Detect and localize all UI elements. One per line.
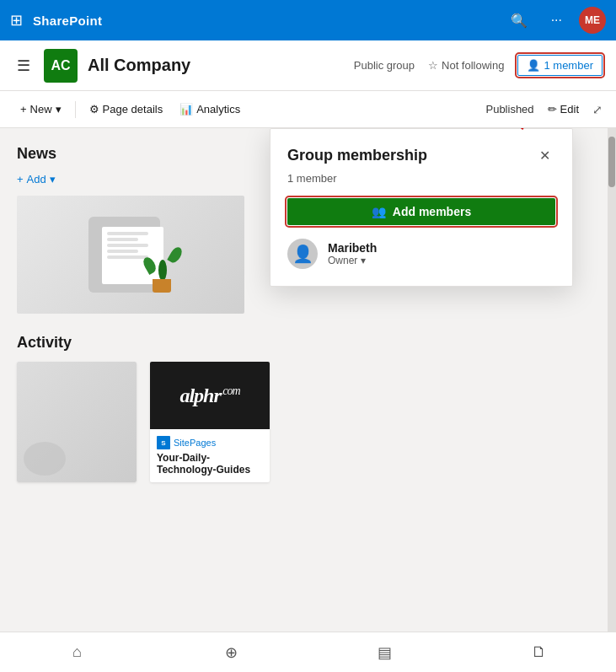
content-area: News + Add ▾ — [0, 128, 608, 632]
activity-title: Activity — [17, 334, 591, 352]
new-button[interactable]: + New ▾ — [13, 98, 68, 121]
sp-icon-2: S — [157, 436, 170, 449]
edit-label: Edit — [560, 103, 579, 116]
list-icon: ▤ — [378, 643, 392, 662]
plant-decoration — [147, 242, 177, 293]
top-navigation: ⊞ SharePoint 🔍 ··· ME — [0, 0, 616, 40]
bottom-nav-doc[interactable]: 🗋 — [519, 632, 560, 673]
grid-icon[interactable]: ⊞ — [10, 11, 23, 30]
member-avatar: 👤 — [287, 239, 318, 269]
bottom-navigation: ⌂ ⊕ ▤ 🗋 — [0, 632, 616, 672]
alphr-thumbnail: alphr.com — [150, 362, 270, 429]
page-details-label: Page details — [103, 103, 163, 116]
role-chevron-icon[interactable]: ▾ — [361, 255, 366, 266]
scrollbar-thumb[interactable] — [608, 137, 615, 187]
activity-card-2-title: Your-Daily-Technology-Guides — [157, 452, 263, 476]
expand-icon[interactable]: ⤢ — [592, 103, 603, 116]
published-status: Published — [485, 103, 533, 116]
bottom-nav-home[interactable]: ⌂ — [56, 632, 97, 673]
group-membership-popup: Group membership ✕ 1 member 👥 Add member… — [270, 128, 573, 287]
chart-icon: 📊 — [179, 103, 193, 116]
popup-header: Group membership ✕ — [287, 146, 555, 165]
red-arrow — [463, 128, 547, 137]
site-header: ☰ AC All Company Public group ☆ Not foll… — [0, 40, 616, 91]
person-icon: 👤 — [292, 244, 313, 264]
public-group-item: Public group — [354, 59, 415, 72]
alphr-text: alphr.com — [179, 384, 239, 407]
doc-icon: 🗋 — [532, 643, 547, 661]
add-members-label: Add members — [393, 205, 471, 218]
leaf-center — [158, 260, 167, 281]
page-details-button[interactable]: ⚙ Page details — [83, 98, 170, 121]
member-info: Maribeth Owner ▾ — [328, 241, 377, 266]
popup-member-count: 1 member — [287, 172, 555, 185]
activity-card-2[interactable]: alphr.com S SitePages Your-Daily-Technol… — [150, 362, 270, 482]
globe-icon: ⊕ — [225, 643, 238, 662]
member-role: Owner ▾ — [328, 255, 377, 266]
activity-card-2-type: S SitePages — [157, 436, 263, 449]
plant-pot — [153, 279, 171, 293]
activity-card-1-thumb — [17, 362, 137, 482]
more-icon[interactable]: ··· — [544, 9, 569, 31]
public-group-label: Public group — [354, 59, 415, 72]
member-row: 👤 Maribeth Owner ▾ — [287, 239, 555, 269]
following-label: Not following — [442, 59, 504, 72]
home-icon: ⌂ — [72, 643, 82, 661]
site-name: All Company — [88, 56, 190, 75]
member-label: 1 member — [544, 59, 593, 72]
toolbar: + New ▾ ⚙ Page details 📊 Analytics Publi… — [0, 91, 616, 128]
toolbar-separator-1 — [75, 101, 76, 118]
screen-line-3 — [107, 244, 148, 247]
analytics-label: Analytics — [196, 103, 240, 116]
add-members-button[interactable]: 👥 Add members — [287, 198, 555, 225]
app-title: SharePoint — [33, 13, 102, 28]
screen-line-2 — [107, 238, 138, 241]
star-icon: ☆ — [428, 59, 438, 72]
member-button[interactable]: 👤 1 member — [517, 55, 603, 76]
news-card[interactable] — [17, 196, 244, 314]
search-icon[interactable]: 🔍 — [504, 9, 534, 32]
scrollbar[interactable] — [608, 128, 616, 632]
activity-card-2-thumb: alphr.com — [150, 362, 270, 429]
plant-leaves — [147, 254, 177, 281]
following-item[interactable]: ☆ Not following — [428, 59, 504, 72]
popup-title: Group membership — [287, 147, 427, 164]
plus-add-icon: + — [17, 173, 24, 185]
hamburger-icon[interactable]: ☰ — [13, 53, 34, 78]
popup-close-button[interactable]: ✕ — [534, 146, 555, 165]
published-label: Published — [485, 103, 533, 116]
tablet-illustration — [80, 212, 181, 297]
site-meta: Public group ☆ Not following 👤 1 member — [354, 55, 603, 76]
leaf-right — [167, 245, 184, 265]
activity-card-2-body: S SitePages Your-Daily-Technology-Guides — [150, 429, 270, 482]
gray-thumb-shape — [24, 442, 66, 476]
screen-line-5 — [107, 255, 148, 259]
activity-card-2-type-label: SitePages — [174, 438, 216, 448]
member-icon: 👤 — [527, 59, 540, 72]
chevron-down-icon: ▾ — [56, 103, 62, 116]
screen-line-4 — [107, 250, 138, 253]
toolbar-right: Published ✏ Edit ⤢ — [485, 99, 603, 119]
chevron-add-icon: ▾ — [50, 173, 56, 185]
activity-section: Activity S SitePages 8m25ohj7 — [17, 334, 591, 482]
plus-icon: + — [20, 103, 27, 116]
main-wrapper: News + Add ▾ — [0, 128, 616, 632]
add-news-label: Add — [27, 173, 46, 185]
alphr-com: .com — [221, 384, 240, 397]
screen-line-1 — [107, 232, 148, 235]
activity-card-1[interactable]: S SitePages 8m25ohj7 — [17, 362, 137, 482]
bottom-nav-list[interactable]: ▤ — [365, 632, 405, 673]
gear-icon: ⚙ — [89, 103, 99, 116]
pencil-icon: ✏ — [548, 103, 557, 116]
add-members-icon: 👥 — [372, 205, 386, 218]
news-card-image — [17, 196, 244, 314]
member-role-label: Owner — [328, 255, 357, 266]
member-name: Maribeth — [328, 241, 377, 255]
user-avatar[interactable]: ME — [579, 7, 606, 34]
activity-cards-container: S SitePages 8m25ohj7 alphr.com S — [17, 362, 591, 482]
bottom-nav-globe[interactable]: ⊕ — [211, 632, 251, 673]
edit-button[interactable]: ✏ Edit — [541, 99, 586, 119]
new-label: New — [30, 103, 52, 116]
site-logo: AC — [44, 49, 78, 83]
analytics-button[interactable]: 📊 Analytics — [173, 98, 247, 121]
